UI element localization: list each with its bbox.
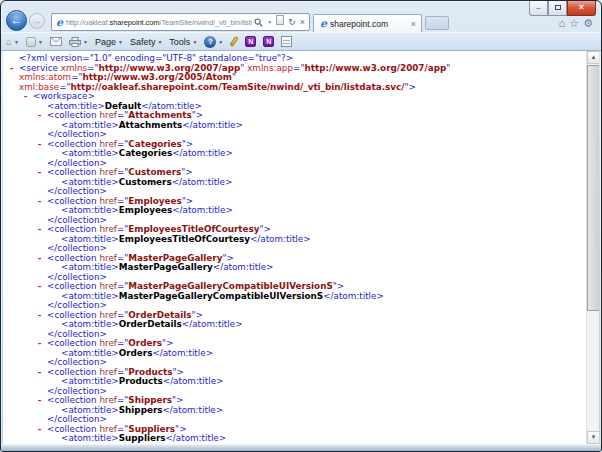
xml-token-at: href — [99, 253, 117, 263]
linked-notes-button[interactable] — [230, 36, 238, 47]
xml-token-m: </ — [182, 120, 192, 130]
refresh-icon[interactable]: ↻ — [288, 14, 296, 30]
page-menu[interactable]: Page ▼ — [95, 37, 123, 47]
tools-menu[interactable]: Tools ▼ — [169, 37, 197, 47]
xml-token-m: </ — [47, 215, 57, 225]
read-mail-button[interactable] — [50, 37, 62, 46]
xml-token-m: > — [235, 319, 242, 329]
collapse-toggle[interactable]: - — [37, 168, 47, 178]
xml-token-m: > — [111, 120, 118, 130]
xml-token-m: > — [100, 329, 107, 339]
xml-token-t: atom:title — [173, 376, 216, 386]
xml-token-m: > — [100, 300, 107, 310]
xml-token-t: collection — [54, 395, 96, 405]
stop-icon[interactable]: × — [300, 14, 305, 30]
print-button[interactable]: ▼ — [69, 37, 88, 47]
printer-icon — [69, 37, 81, 47]
tab-title: sharepoint.com — [330, 19, 410, 29]
xml-token-t: atom:title — [68, 405, 111, 415]
xml-token-m: > — [111, 319, 118, 329]
collapse-toggle[interactable]: - — [37, 111, 47, 121]
tab-close-icon[interactable]: × — [410, 19, 417, 29]
home-icon[interactable]: ⌂ — [559, 17, 566, 30]
xml-token-m: =" — [117, 281, 128, 291]
xml-token-t: atom:title — [68, 205, 111, 215]
url-input[interactable]: http://oakleaf.sharepoint.com/TeamSite/n… — [66, 18, 252, 27]
favorites-star-icon[interactable]: ☆ — [569, 17, 579, 30]
chevron-down-icon: ▼ — [38, 39, 43, 45]
safety-menu-label: Safety — [130, 37, 156, 47]
xml-token-tx: Customers — [119, 177, 172, 187]
scrollbar-thumb[interactable] — [587, 65, 599, 311]
collapse-toggle[interactable]: - — [37, 140, 47, 150]
forward-button[interactable]: → — [29, 13, 45, 29]
collapse-toggle[interactable]: - — [37, 396, 47, 406]
xml-token-t: collection — [57, 386, 99, 396]
xml-token-m: > — [111, 348, 118, 358]
chevron-down-icon: ▼ — [118, 39, 123, 45]
address-dropdown-icon[interactable]: ▼ — [267, 14, 272, 30]
send-to-onenote-button[interactable]: N — [263, 36, 274, 47]
settings-gear-icon[interactable]: ⚙ — [583, 17, 593, 30]
search-icon[interactable] — [254, 18, 263, 27]
xml-token-m: =" — [117, 338, 128, 348]
collapse-toggle[interactable]: - — [23, 92, 33, 102]
xml-token-m: =" — [117, 139, 128, 149]
home-menu-button[interactable]: ⌂ ▼ — [6, 36, 19, 47]
new-tab-button[interactable] — [425, 16, 449, 30]
xml-token-m: > — [100, 414, 107, 424]
xml-token-val: Categories — [128, 139, 181, 149]
xml-token-t: atom:title — [223, 262, 266, 272]
collapse-toggle[interactable]: - — [9, 64, 19, 74]
onenote-linked-notes-button[interactable]: N — [245, 36, 256, 47]
xml-token-nsv: http://www.w3.org/2005/Atom — [83, 72, 232, 82]
frame-icon-group: ⌂ ☆ ⚙ — [559, 17, 593, 30]
mail-envelope-icon — [50, 37, 62, 46]
collapse-toggle[interactable]: - — [37, 368, 47, 378]
close-button[interactable]: × — [567, 1, 596, 16]
xml-token-at: href — [99, 395, 117, 405]
xml-token-t: atom:title — [68, 177, 111, 187]
collapse-toggle[interactable]: - — [37, 254, 47, 264]
xml-token-m: " — [446, 63, 450, 73]
xml-token-m: > — [111, 177, 118, 187]
collapse-toggle[interactable]: - — [37, 197, 47, 207]
scroll-down-button[interactable]: ▼ — [587, 431, 599, 444]
forward-arrow-icon: → — [33, 16, 42, 26]
tools-menu-label: Tools — [169, 37, 190, 47]
minimize-button[interactable]: – — [529, 1, 548, 16]
xml-token-t: atom:title — [68, 234, 111, 244]
xml-token-tx: Suppliers — [119, 433, 166, 443]
xml-token-t: atom:title — [68, 262, 111, 272]
xml-token-m: > — [111, 148, 118, 158]
help-menu[interactable]: ? ▼ — [204, 36, 223, 48]
xml-token-t: collection — [54, 139, 96, 149]
vertical-scrollbar[interactable]: ▲ ▼ — [586, 51, 599, 444]
collapse-toggle[interactable]: - — [37, 225, 47, 235]
send-to-onenote-clip-button[interactable] — [281, 36, 292, 47]
maximize-button[interactable] — [548, 1, 567, 16]
safety-menu[interactable]: Safety ▼ — [130, 37, 162, 47]
xml-token-m: </ — [47, 300, 57, 310]
collapse-toggle[interactable]: - — [37, 339, 47, 349]
address-bar[interactable]: e http://oakleaf.sharepoint.com/TeamSite… — [51, 13, 310, 31]
feeds-button[interactable]: ▼ — [26, 37, 43, 47]
tab-sharepoint[interactable]: e sharepoint.com × — [313, 14, 422, 32]
xml-token-m: > — [100, 357, 107, 367]
collapse-toggle[interactable]: - — [37, 425, 47, 435]
gold-pen-icon — [229, 36, 239, 47]
xml-token-t: workspace — [40, 91, 87, 101]
xml-token-t: collection — [54, 110, 96, 120]
scroll-up-button[interactable]: ▲ — [587, 51, 599, 64]
collapse-toggle[interactable]: - — [37, 282, 47, 292]
xml-token-t: atom:title — [68, 433, 111, 443]
xml-token-t: collection — [54, 424, 96, 434]
xml-token-m: =" — [293, 63, 304, 73]
compatibility-view-icon[interactable] — [276, 14, 284, 30]
grid-clip-icon — [281, 36, 292, 47]
collapse-toggle[interactable]: - — [37, 311, 47, 321]
back-button[interactable]: ← — [6, 10, 27, 31]
xml-token-m: "> — [333, 281, 344, 291]
xml-token-tx: Employees — [119, 205, 172, 215]
xml-token-m: > — [100, 186, 107, 196]
